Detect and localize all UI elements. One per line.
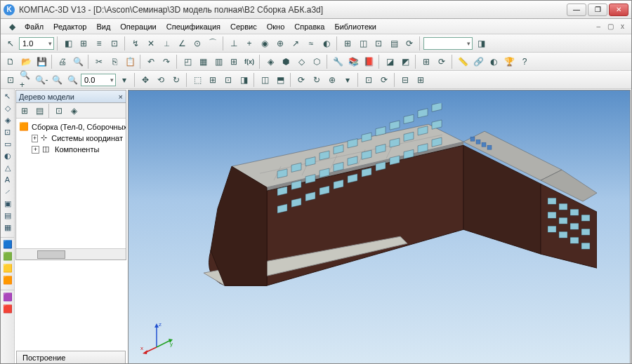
perspective-icon[interactable]: ◫ xyxy=(258,73,272,87)
tool-icon[interactable]: ▤ xyxy=(2,210,13,221)
tool-icon[interactable]: ⟳ xyxy=(377,73,391,87)
save-icon[interactable]: 💾 xyxy=(34,55,48,69)
copy-icon[interactable]: ⎘ xyxy=(107,55,121,69)
tool-icon[interactable]: ⊡ xyxy=(371,36,386,50)
tool-icon[interactable]: 🟧 xyxy=(2,274,13,285)
tool-icon[interactable]: ↖ xyxy=(2,90,13,102)
3d-viewport[interactable]: z y x xyxy=(128,90,631,364)
cut-icon[interactable]: ✂ xyxy=(92,55,106,69)
tool-icon[interactable]: ◇ xyxy=(294,55,308,69)
tool-icon[interactable]: ▾ xyxy=(341,73,355,87)
tool-icon[interactable]: ⊕ xyxy=(273,36,287,50)
maximize-button[interactable]: ❐ xyxy=(588,4,607,16)
tree-tool-icon[interactable]: ◈ xyxy=(67,104,81,118)
tree-item[interactable]: + ◫ Компоненты xyxy=(16,144,126,155)
tool-icon[interactable]: ⊙ xyxy=(190,36,204,50)
tool-icon[interactable]: △ xyxy=(2,162,13,173)
pan-icon[interactable]: ✥ xyxy=(138,73,152,87)
tool-icon[interactable]: ◈ xyxy=(2,114,13,126)
tool-icon[interactable]: ◐ xyxy=(2,150,13,161)
tool-icon[interactable]: ◉ xyxy=(258,36,272,50)
tool-icon[interactable]: ⟋ xyxy=(2,186,13,197)
tool-icon[interactable]: ⊞ xyxy=(77,36,91,50)
tool-icon[interactable]: 📏 xyxy=(456,55,470,69)
tool-icon[interactable]: ∠ xyxy=(175,36,189,50)
tool-icon[interactable]: ⊞ xyxy=(419,55,433,69)
tool-icon[interactable]: ⊞ xyxy=(414,73,428,87)
tool-icon[interactable]: ◰ xyxy=(180,55,195,69)
expand-icon[interactable]: + xyxy=(32,135,38,142)
tool-icon[interactable]: ⊡ xyxy=(362,73,376,87)
tool-icon[interactable]: ▦ xyxy=(2,222,13,233)
doc-minimize-button[interactable]: – xyxy=(593,22,603,30)
tree-close-icon[interactable]: × xyxy=(119,93,123,101)
app-menu-icon[interactable]: ◆ xyxy=(5,20,19,34)
tool-icon[interactable]: ▥ xyxy=(211,55,225,69)
rotate-icon[interactable]: ⟲ xyxy=(154,73,168,87)
tool-icon[interactable]: ≡ xyxy=(92,36,106,50)
tool-icon[interactable]: 🟩 xyxy=(2,250,13,262)
shaded-icon[interactable]: ◨ xyxy=(237,73,251,87)
hidden-icon[interactable]: ⊡ xyxy=(221,73,235,87)
preview-icon[interactable]: 🔍 xyxy=(71,55,85,69)
tool-icon[interactable]: 📚 xyxy=(346,55,360,69)
3d-model[interactable] xyxy=(162,103,597,343)
tool-icon[interactable]: 🏆 xyxy=(502,55,516,69)
tool-icon[interactable]: ◪ xyxy=(383,55,397,69)
menu-spec[interactable]: Спецификация xyxy=(162,21,225,32)
zoom-in-icon[interactable]: 🔍+ xyxy=(19,73,33,87)
tool-icon[interactable]: ⊡ xyxy=(2,126,13,137)
wireframe-icon[interactable]: ⊞ xyxy=(206,73,220,87)
tool-icon[interactable]: ⬡ xyxy=(310,55,324,69)
tool-icon[interactable]: + xyxy=(242,36,256,50)
menu-operations[interactable]: Операции xyxy=(116,21,160,32)
scale-combo[interactable]: 1.0 xyxy=(19,37,54,50)
orbit-icon[interactable]: ↻ xyxy=(169,73,183,87)
cursor-icon[interactable]: ↖ xyxy=(4,36,18,50)
chevron-down-icon[interactable]: ▾ xyxy=(117,73,131,87)
tree-root[interactable]: 🟧 Сборка (Тел-0, Сборочных е... xyxy=(16,121,126,133)
tool-icon[interactable]: 🟥 xyxy=(2,303,13,314)
tool-icon[interactable]: ⊟ xyxy=(398,73,412,87)
tree-item[interactable]: + ⊹ Системы координат xyxy=(16,133,126,144)
tool-icon[interactable]: ▤ xyxy=(387,36,401,50)
menu-help[interactable]: Справка xyxy=(290,21,329,32)
tree-tool-icon[interactable]: ⊡ xyxy=(52,104,66,118)
zoom-combo[interactable]: 0.0 xyxy=(81,74,116,86)
tool-icon[interactable]: ◩ xyxy=(398,55,412,69)
tool-icon[interactable]: ⟳ xyxy=(402,36,416,50)
tree-tool-icon[interactable]: ▤ xyxy=(32,104,46,118)
tool-icon[interactable]: ⌒ xyxy=(206,36,220,50)
tool-icon[interactable]: 📕 xyxy=(362,55,376,69)
tool-icon[interactable]: ⟳ xyxy=(294,73,308,87)
tool-icon[interactable]: ▭ xyxy=(2,138,13,149)
paste-icon[interactable]: 📋 xyxy=(123,55,137,69)
redo-icon[interactable]: ↷ xyxy=(159,55,173,69)
tool-icon[interactable]: ⊞ xyxy=(341,36,355,50)
tool-icon[interactable]: ⊞ xyxy=(227,55,241,69)
tool-icon[interactable]: ↯ xyxy=(129,36,143,50)
tab-construction[interactable]: Построение xyxy=(16,351,126,364)
zoom-fit-icon[interactable]: ⊡ xyxy=(4,73,18,87)
zoom-icon[interactable]: 🔍 xyxy=(65,73,79,87)
tool-icon[interactable]: ◈ xyxy=(263,55,277,69)
tool-icon[interactable]: ⊕ xyxy=(325,73,339,87)
tool-icon[interactable]: ◐ xyxy=(320,36,334,50)
tool-icon[interactable]: ▣ xyxy=(2,198,13,209)
model-tree[interactable]: 🟧 Сборка (Тел-0, Сборочных е... + ⊹ Сист… xyxy=(16,119,126,248)
tool-icon[interactable]: 🔗 xyxy=(471,55,485,69)
tool-icon[interactable]: A xyxy=(2,174,13,185)
open-icon[interactable]: 📂 xyxy=(19,55,33,69)
close-button[interactable]: ✕ xyxy=(609,4,628,16)
tool-icon[interactable]: ↻ xyxy=(310,73,324,87)
view-icon[interactable]: ⬚ xyxy=(190,73,204,87)
tool-icon[interactable]: ◨ xyxy=(474,36,488,50)
tool-icon[interactable]: ◫ xyxy=(356,36,370,50)
zoom-window-icon[interactable]: 🔍 xyxy=(50,73,64,87)
tool-icon[interactable]: ⟂ xyxy=(159,36,173,50)
tool-icon[interactable]: ⊥ xyxy=(227,36,241,50)
doc-close-button[interactable]: x xyxy=(618,22,627,30)
tool-icon[interactable]: ↗ xyxy=(289,36,303,50)
tool-icon[interactable]: ⟳ xyxy=(435,55,449,69)
expand-icon[interactable]: + xyxy=(32,146,39,154)
